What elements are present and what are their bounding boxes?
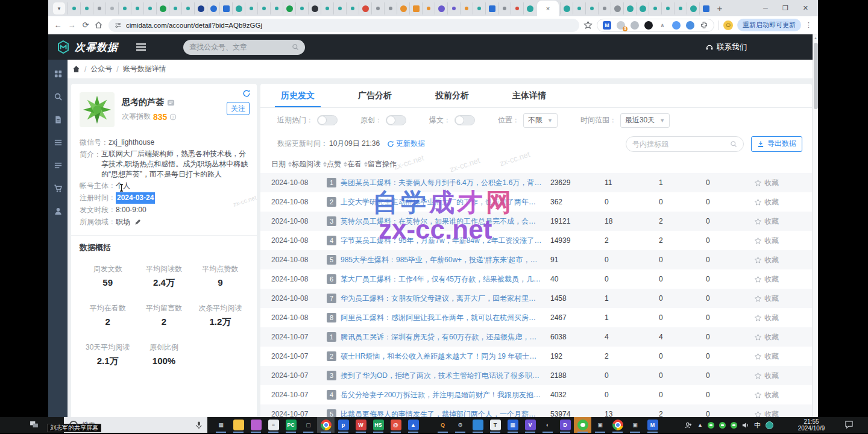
- browser-tab[interactable]: [649, 2, 661, 14]
- article-title-link[interactable]: 比裁员更侮辱人的事情发生了，裁掉部门两个人，一个月薪两万，一个月薪三...: [341, 409, 542, 418]
- browser-tab[interactable]: [270, 2, 283, 14]
- ime-indicator[interactable]: 中: [754, 421, 761, 430]
- wechat-tray-icon[interactable]: [719, 422, 726, 429]
- extension-icon[interactable]: M: [603, 21, 611, 30]
- reload-icon[interactable]: ⟳: [81, 20, 90, 30]
- taskbar-app-icon[interactable]: @: [387, 417, 404, 433]
- people-icon[interactable]: [685, 422, 693, 429]
- taskbar-app-icon[interactable]: V: [521, 417, 539, 433]
- browser-tab[interactable]: [105, 2, 118, 14]
- header-search-input[interactable]: [189, 43, 288, 51]
- taskbar-app-icon[interactable]: ▢: [300, 417, 317, 433]
- tab-search-chevron-icon[interactable]: ▾: [53, 2, 65, 14]
- extension-icon[interactable]: [644, 21, 653, 30]
- hidden-icons-chevron[interactable]: ▲: [697, 422, 703, 428]
- browser-tab[interactable]: [283, 2, 295, 14]
- sidebar-article-icon[interactable]: [54, 115, 63, 124]
- extension-icon[interactable]: [686, 21, 694, 30]
- wechat-tray-icon[interactable]: [708, 422, 714, 429]
- article-title-link[interactable]: 上交大学研究生主动辞掉毕业后大厂的工作，也折腾了两年，如...: [341, 197, 542, 207]
- wechat-tray-icon[interactable]: [731, 422, 737, 429]
- extension-icon[interactable]: 3: [617, 21, 625, 30]
- browser-tab[interactable]: [460, 2, 473, 14]
- register-date-value[interactable]: 2024-03-24: [116, 192, 155, 204]
- taskbar-app-icon[interactable]: T: [486, 417, 504, 433]
- browser-tab[interactable]: [473, 2, 485, 14]
- browser-tab[interactable]: [219, 2, 232, 14]
- browser-tab[interactable]: [585, 2, 598, 14]
- page-scrollbar[interactable]: ▲: [813, 34, 818, 417]
- favorite-button[interactable]: 收藏: [754, 371, 812, 381]
- article-title-link[interactable]: 华为员工爆料：女朋友听父母建议，离开大厂，回老家村里当老师，月薪1500...: [341, 294, 542, 304]
- taskbar-app-icon[interactable]: ≡: [265, 417, 282, 433]
- browser-tab[interactable]: [687, 2, 699, 14]
- home-icon[interactable]: [72, 65, 80, 73]
- favorite-button[interactable]: 收藏: [754, 409, 812, 418]
- article-title-link[interactable]: 阿里员工爆料：感谢阿里让我工作两年，就可以在杭州买房！不然的话，靠家...: [341, 313, 542, 323]
- browser-tab[interactable]: [321, 2, 333, 14]
- table-header-cell[interactable]: 在看: [347, 159, 368, 169]
- table-header-cell[interactable]: 留言: [368, 159, 382, 169]
- sidebar-cart-icon[interactable]: [54, 184, 63, 193]
- tab-item[interactable]: 投前分析: [435, 84, 469, 107]
- taskbar-app-icon[interactable]: ▲: [404, 417, 422, 433]
- network-globe-icon[interactable]: [766, 421, 773, 429]
- article-title-link[interactable]: 某大厂员工爆料：工作4年，仅有45万存款，结果被裁员，几个月都找不到工...: [341, 274, 542, 285]
- taskbar-app-icon[interactable]: [609, 417, 626, 433]
- article-title-link[interactable]: 硕士HR烦恼，和老公收入差距越来越大了！同为 19 年硕士，如今我税前 20 .…: [341, 351, 542, 362]
- favorite-button[interactable]: 收藏: [754, 216, 812, 227]
- browser-tab[interactable]: [498, 2, 511, 14]
- select-box[interactable]: 最近30天▼: [620, 113, 670, 128]
- favorite-button[interactable]: 收藏: [754, 255, 812, 265]
- browser-tab[interactable]: [422, 2, 435, 14]
- maximize-icon[interactable]: ❐: [782, 4, 788, 12]
- new-tab-button[interactable]: +: [712, 3, 728, 13]
- article-title-link[interactable]: 美团某员工爆料：夫妻俩人每月到手6.4万，公积金1.6万，背着房贷，工作累...: [341, 178, 542, 188]
- favorite-button[interactable]: 收藏: [754, 197, 812, 207]
- taskbar-app-icon[interactable]: ▣: [591, 417, 609, 433]
- toggle-switch[interactable]: [386, 115, 406, 125]
- taskbar-app-icon[interactable]: [247, 417, 265, 433]
- browser-tab[interactable]: [181, 2, 194, 14]
- tab-item[interactable]: 主体详情: [512, 84, 546, 107]
- refresh-card-icon[interactable]: [242, 89, 251, 98]
- header-search[interactable]: [183, 40, 305, 55]
- back-icon[interactable]: ←: [53, 20, 63, 30]
- browser-tab[interactable]: [207, 2, 219, 14]
- sidebar-search-icon[interactable]: [54, 92, 63, 101]
- taskbar-app-icon[interactable]: ▦: [212, 417, 230, 433]
- extension-icon[interactable]: ∧: [658, 21, 667, 30]
- export-data-button[interactable]: 导出数据: [751, 136, 802, 152]
- browser-tab[interactable]: [447, 2, 460, 14]
- browser-tab[interactable]: [699, 2, 712, 14]
- browser-tab[interactable]: [80, 2, 93, 14]
- browser-tab[interactable]: [169, 2, 181, 14]
- table-header-cell[interactable]: 点赞: [327, 159, 347, 169]
- sidebar-monitor-list-icon[interactable]: [54, 161, 63, 170]
- browser-tab[interactable]: [143, 2, 156, 14]
- browser-tab[interactable]: [674, 2, 687, 14]
- tab-item[interactable]: 历史发文: [281, 84, 315, 107]
- browser-tab[interactable]: [397, 2, 409, 14]
- browser-menu-icon[interactable]: ⋮: [805, 21, 812, 29]
- article-title-link[interactable]: 岳父分给妻子200万拆迁款，并注明是婚前财产！我跟朋友抱怨了几句，结果...: [341, 390, 542, 400]
- refresh-data-link[interactable]: 更新数据: [387, 139, 425, 149]
- url-text[interactable]: cimidata.com/account/detail?bid=AQb9zGGj: [126, 22, 262, 29]
- browser-tab[interactable]: [245, 2, 257, 14]
- address-bar[interactable]: cimidata.com/account/detail?bid=AQb9zGGj: [108, 19, 579, 32]
- breadcrumb-item-gongzhonghao[interactable]: 公众号: [90, 64, 112, 74]
- favorite-button[interactable]: 收藏: [754, 313, 812, 323]
- article-title-link[interactable]: 英特尔员工爆料：在英特尔，如果谁的工作总是完不成，会评估是你工作量太...: [341, 216, 542, 227]
- article-title-link[interactable]: 字节某员工爆料：95年，月薪7w，年薪84w，2年工资没涨了，每天都感觉好...: [341, 236, 542, 246]
- article-title-link[interactable]: 985大学生爆料：985毕业，年薪60w+，投递‘胖东来’超市，连简历初筛都没.…: [341, 255, 542, 265]
- taskbar-app-icon[interactable]: [469, 417, 486, 433]
- extension-icon[interactable]: [672, 21, 681, 30]
- minimize-icon[interactable]: ─: [763, 4, 768, 12]
- browser-tab[interactable]: [93, 2, 105, 14]
- sidebar-user-icon[interactable]: [54, 207, 63, 216]
- browser-tab[interactable]: [384, 2, 397, 14]
- home-icon[interactable]: [95, 21, 104, 29]
- extensions-puzzle-icon[interactable]: [700, 21, 708, 30]
- taskbar-app-icon[interactable]: [230, 417, 247, 433]
- favorite-button[interactable]: 收藏: [754, 390, 812, 400]
